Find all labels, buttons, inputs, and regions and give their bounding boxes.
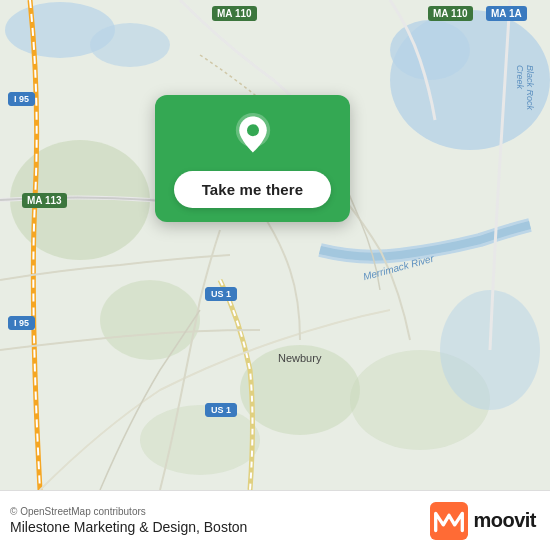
location-label: Milestone Marketing & Design, Boston: [10, 519, 247, 535]
road-label-ma110-right: MA 110: [428, 6, 473, 21]
svg-point-9: [140, 405, 260, 475]
road-label-i95-top: I 95: [8, 92, 35, 106]
svg-point-2: [390, 20, 470, 80]
bottom-bar: © OpenStreetMap contributors Milestone M…: [0, 490, 550, 550]
map-container: MA 110 MA 110 MA 1A MA 113 I 95 I 95 US …: [0, 0, 550, 490]
moovit-logo: moovit: [430, 502, 536, 540]
location-pin-icon: [229, 113, 277, 161]
road-label-i95-bottom: I 95: [8, 316, 35, 330]
take-me-there-button[interactable]: Take me there: [174, 171, 332, 208]
svg-point-6: [100, 280, 200, 360]
bottom-left: © OpenStreetMap contributors Milestone M…: [10, 506, 247, 535]
place-label-newbury: Newbury: [278, 352, 321, 364]
moovit-m-icon: [430, 502, 468, 540]
svg-point-4: [90, 23, 170, 67]
road-label-ma113: MA 113: [22, 193, 67, 208]
road-label-ma110-top: MA 110: [212, 6, 257, 21]
copyright-text: © OpenStreetMap contributors: [10, 506, 247, 517]
svg-point-13: [247, 124, 259, 136]
location-card: Take me there: [155, 95, 350, 222]
map-background: [0, 0, 550, 490]
creek-label-black-rock: Black Rock Creek: [515, 65, 535, 115]
road-label-us1-top: US 1: [205, 287, 237, 301]
road-label-us1-bottom: US 1: [205, 403, 237, 417]
moovit-text: moovit: [473, 509, 536, 532]
road-label-ma1a: MA 1A: [486, 6, 527, 21]
